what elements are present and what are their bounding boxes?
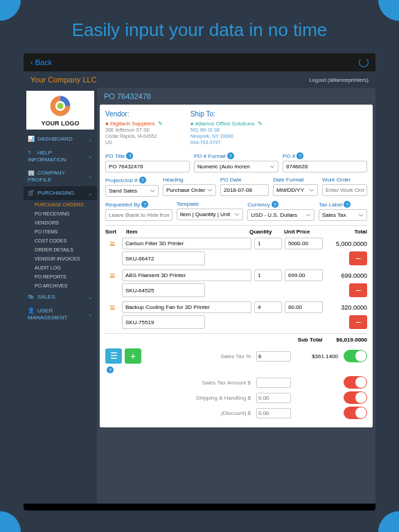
edit-icon[interactable]: ✎ bbox=[158, 121, 163, 127]
po-format-select[interactable]: Numeric (Auto Incren bbox=[194, 161, 278, 172]
sub-po-archives[interactable]: PO ARCHIVES bbox=[24, 281, 97, 290]
nav-help[interactable]: ?HELP INFORMATION⌄ bbox=[24, 146, 97, 166]
heading-select[interactable]: Purchase Order bbox=[163, 184, 216, 196]
help-icon[interactable]: ? bbox=[126, 152, 133, 159]
sku-input[interactable] bbox=[122, 315, 205, 329]
po-header: PO 76432478 bbox=[97, 88, 375, 105]
top-bar: Your Company LLC Logout (allianceprinter… bbox=[24, 71, 375, 88]
refresh-icon[interactable] bbox=[359, 57, 369, 67]
tax-toggle[interactable] bbox=[344, 350, 367, 362]
tax-amount: $361.1400 bbox=[296, 353, 338, 360]
device-frame: ‹ Back Your Company LLC Logout (alliance… bbox=[24, 53, 375, 511]
delete-line-button[interactable]: − bbox=[349, 251, 367, 265]
price-input[interactable] bbox=[285, 269, 323, 281]
sub-po-reports[interactable]: PO REPORTS bbox=[24, 272, 97, 281]
line-total: 5,000.0000 bbox=[326, 240, 367, 247]
cart-icon: 🛒 bbox=[28, 190, 35, 197]
po-title-input[interactable] bbox=[105, 161, 190, 172]
sub-purchase-orders[interactable]: PURCHASE ORDERS bbox=[24, 200, 97, 209]
currency-select[interactable]: USD - U.S. Dollars bbox=[247, 209, 314, 221]
tax-amount-toggle[interactable] bbox=[344, 376, 367, 389]
tax-pct-input[interactable] bbox=[256, 351, 291, 362]
help-icon[interactable]: ? bbox=[227, 152, 234, 159]
drag-handle-icon[interactable]: ≡ bbox=[105, 238, 119, 249]
sub-vendor-invoices[interactable]: VENDOR INVOICES bbox=[24, 254, 97, 263]
help-icon[interactable]: ? bbox=[107, 366, 114, 373]
hero-title: Easily input your data in no time bbox=[0, 0, 399, 53]
drag-handle-icon[interactable]: ≡ bbox=[105, 302, 119, 313]
po-date-input[interactable] bbox=[220, 184, 269, 196]
line-item: ≡ 5,000.0000 bbox=[105, 238, 367, 249]
help-icon[interactable]: ? bbox=[296, 152, 303, 159]
shipping-toggle[interactable] bbox=[344, 391, 367, 404]
sub-order-details[interactable]: ORDER DETAILS bbox=[24, 245, 97, 254]
discount-input[interactable] bbox=[256, 408, 291, 418]
svg-point-0 bbox=[57, 103, 64, 109]
dashboard-icon: 📊 bbox=[28, 136, 35, 143]
logo: YOUR LOGO bbox=[26, 91, 94, 130]
sub-audit-log[interactable]: AUDIT LOG bbox=[24, 263, 97, 272]
project-select[interactable]: Sand Sales bbox=[105, 185, 159, 197]
chevron-down-icon: ⌄ bbox=[88, 311, 93, 317]
sub-po-receiving[interactable]: PO RECEIVING bbox=[24, 209, 97, 218]
corner-decoration bbox=[378, 511, 399, 532]
chevron-down-icon: ⌄ bbox=[88, 294, 93, 301]
logout-link[interactable]: Logout (allianceprinters) bbox=[309, 77, 369, 83]
shipto-block: Ship To: ● Alliance Office Solutions ✎ 5… bbox=[190, 110, 263, 145]
sub-vendors[interactable]: VENDORS bbox=[24, 218, 97, 227]
chevron-down-icon: ⌄ bbox=[88, 153, 93, 159]
help-icon[interactable]: ? bbox=[141, 201, 148, 208]
nav-sales[interactable]: 🛍SALES⌄ bbox=[24, 290, 97, 304]
building-icon: 🏢 bbox=[28, 170, 35, 177]
chevron-down-icon: ⌄ bbox=[88, 173, 93, 179]
work-order-input[interactable] bbox=[322, 184, 367, 196]
qty-input[interactable] bbox=[254, 269, 282, 281]
help-icon[interactable]: ? bbox=[344, 201, 351, 208]
sub-po-items[interactable]: PO ITEMS bbox=[24, 227, 97, 236]
price-input[interactable] bbox=[285, 238, 323, 249]
item-name-input[interactable] bbox=[122, 269, 251, 281]
nav-dashboard[interactable]: 📊DASHBOARD⌄ bbox=[24, 132, 97, 146]
company-name: Your Company LLC bbox=[30, 76, 97, 84]
price-input[interactable] bbox=[285, 301, 323, 313]
po-number-input[interactable] bbox=[283, 161, 367, 172]
delete-line-button[interactable]: − bbox=[349, 315, 367, 329]
user-icon: 👤 bbox=[28, 308, 35, 314]
nav-purchasing[interactable]: 🛒PURCHASING⌄ bbox=[24, 186, 97, 200]
vendor-block: Vendor: ● Digitach Suppliers ✎ 300 Jeffe… bbox=[105, 110, 163, 145]
edit-icon[interactable]: ✎ bbox=[258, 121, 263, 127]
tax-label-select[interactable]: Sales Tax bbox=[319, 209, 367, 221]
item-name-input[interactable] bbox=[122, 238, 251, 249]
add-line-button[interactable]: + bbox=[125, 348, 141, 364]
help-icon[interactable]: ? bbox=[272, 201, 278, 208]
template-select[interactable]: Item | Quantity | Unit bbox=[177, 209, 244, 220]
date-format-select[interactable]: MM/DD/YY bbox=[273, 184, 318, 196]
help-icon: ? bbox=[28, 150, 35, 157]
line-total: 699.0000 bbox=[326, 272, 367, 279]
requested-by-input[interactable] bbox=[105, 209, 172, 221]
item-name-input[interactable] bbox=[122, 301, 251, 313]
main-content: PO 76432478 Vendor: ● Digitach Suppliers… bbox=[97, 88, 375, 504]
line-total: 320.0000 bbox=[326, 304, 367, 311]
discount-toggle[interactable] bbox=[344, 407, 367, 419]
shipping-input[interactable] bbox=[256, 393, 291, 403]
list-button[interactable]: ☰ bbox=[105, 348, 122, 364]
sku-input[interactable] bbox=[122, 283, 205, 297]
help-icon[interactable]: ? bbox=[139, 177, 146, 184]
corner-decoration bbox=[0, 511, 21, 532]
back-button[interactable]: ‹ Back bbox=[30, 58, 52, 66]
sidebar: YOUR LOGO 📊DASHBOARD⌄ ?HELP INFORMATION⌄… bbox=[24, 88, 97, 504]
nav-users[interactable]: 👤USER MANAGEMENT⌄ bbox=[24, 304, 97, 324]
drag-handle-icon[interactable]: ≡ bbox=[105, 270, 119, 281]
sku-input[interactable] bbox=[122, 251, 205, 265]
line-items-header: Sort Item Quantity Unit Price Total bbox=[105, 225, 367, 238]
chevron-down-icon: ⌄ bbox=[88, 190, 93, 197]
tax-amount-input[interactable] bbox=[256, 378, 291, 388]
qty-input[interactable] bbox=[254, 301, 282, 313]
qty-input[interactable] bbox=[254, 238, 282, 249]
line-item: ≡ 699.0000 bbox=[105, 269, 367, 281]
po-card: Vendor: ● Digitach Suppliers ✎ 300 Jeffe… bbox=[100, 105, 373, 427]
sub-cost-codes[interactable]: COST CODES bbox=[24, 236, 97, 245]
nav-profile[interactable]: 🏢COMPANY PROFILE⌄ bbox=[24, 166, 97, 186]
delete-line-button[interactable]: − bbox=[349, 283, 367, 297]
